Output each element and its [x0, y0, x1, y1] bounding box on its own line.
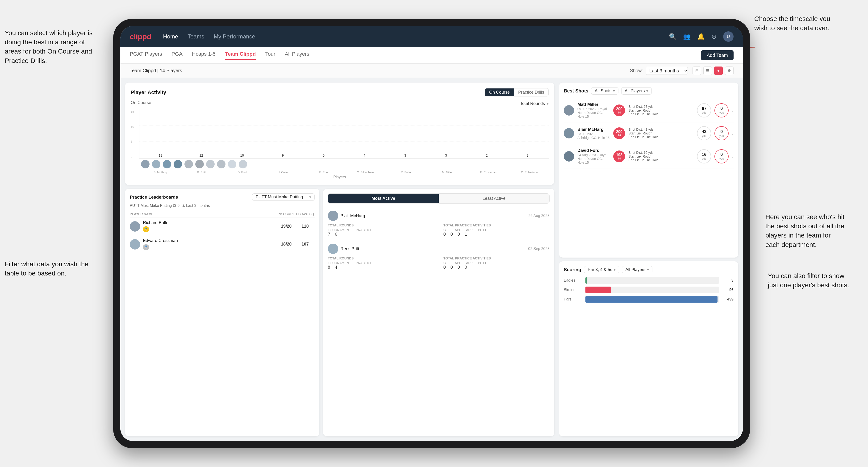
- pars-label: Pars: [564, 297, 583, 302]
- bell-icon[interactable]: 🔔: [697, 33, 705, 40]
- activity-date-2: 02 Sep 2023: [528, 247, 550, 251]
- total-rounds-filter[interactable]: Total Rounds ▾: [520, 101, 549, 106]
- all-shots-filter-btn[interactable]: All Shots ▾: [591, 87, 618, 95]
- activity-player-row-bmcharg: Blair McHarg 26 Aug 2023 Total Rounds To…: [328, 207, 550, 240]
- pars-bar-fill: [585, 296, 717, 303]
- bar-mmiller: 3: [427, 154, 465, 158]
- shot-stat-unit-2: yds: [702, 134, 706, 137]
- search-icon[interactable]: 🔍: [669, 33, 677, 40]
- toolbar-row: Team Clippd | 14 Players Show: Last 3 mo…: [120, 64, 743, 78]
- avatar-rbutler: [206, 160, 215, 168]
- all-players-filter-btn[interactable]: All Players ▾: [621, 87, 652, 95]
- pb-avg-crossman: 107: [296, 242, 315, 247]
- add-team-button[interactable]: Add Team: [701, 50, 734, 60]
- activity-player-row-rbritt: Rees Britt 02 Sep 2023 Total Rounds Tour…: [328, 240, 550, 273]
- x-label-eebert: E. Ebert: [305, 171, 344, 174]
- nav-item-home[interactable]: Home: [163, 33, 178, 40]
- shot-stat-zero-1: 0 yds: [714, 103, 728, 118]
- y-tick-15: 15: [131, 110, 139, 114]
- avatar-eebert: [184, 160, 193, 168]
- tab-all-players[interactable]: All Players: [285, 51, 309, 60]
- settings-view-btn[interactable]: ⚙: [725, 66, 734, 75]
- bar-obillingham: 4: [345, 154, 384, 158]
- shot-badge-1: 200 SG: [613, 104, 625, 116]
- par-filter-btn[interactable]: Par 3, 4 & 5s ▾: [584, 266, 619, 273]
- scoring-players-filter-btn[interactable]: All Players ▾: [622, 266, 652, 273]
- best-shots-header: Best Shots All Shots ▾ All Players ▾: [564, 87, 734, 95]
- tournament-val-2: 8: [328, 265, 330, 270]
- shot-row-chevron-3[interactable]: ›: [732, 154, 734, 159]
- birdies-bar-bg: [585, 286, 719, 293]
- annotation-filter: Filter what data you wish thetable to be…: [5, 259, 88, 278]
- shot-stat-val-1: 67: [702, 106, 706, 111]
- least-active-tab[interactable]: Least Active: [439, 194, 549, 203]
- months-select[interactable]: Last 3 months: [646, 67, 688, 75]
- drill-filter-btn[interactable]: PUTT Must Make Putting ... ▾: [252, 193, 315, 201]
- app-col-2: APP: [455, 261, 461, 265]
- left-panel: Player Activity On Course Practice Drill…: [120, 78, 559, 441]
- tab-team-clippd[interactable]: Team Clippd: [225, 51, 256, 60]
- tab-hcaps[interactable]: Hcaps 1-5: [192, 51, 216, 60]
- avatar-bmcharg-shot: [564, 128, 574, 138]
- avatar-bmcharg-activity: [328, 211, 338, 221]
- col-pb-avg: PB AVG SQ: [296, 212, 315, 216]
- practice-cols-1: GTT APP ARG PUTT: [443, 228, 550, 232]
- best-shots-title: Best Shots: [564, 88, 588, 94]
- user-avatar[interactable]: U: [723, 31, 734, 42]
- eagles-label: Eagles: [564, 278, 583, 283]
- card-view-btn[interactable]: ♥: [714, 66, 723, 75]
- avatar-rbritt-activity: [328, 244, 338, 254]
- plus-circle-icon[interactable]: ⊕: [711, 33, 717, 40]
- team-label: Team Clippd | 14 Players: [130, 68, 630, 73]
- nav-bar: clippd Home Teams My Performance 🔍 👥 🔔 ⊕…: [120, 26, 743, 47]
- eagles-bar-bg: [585, 277, 719, 284]
- tablet-frame: clippd Home Teams My Performance 🔍 👥 🔔 ⊕…: [113, 19, 750, 448]
- nav-item-teams[interactable]: Teams: [187, 33, 204, 40]
- eagles-value: 3: [722, 278, 734, 283]
- shot-stat-dist-3: 16 yds: [697, 149, 711, 163]
- people-icon[interactable]: 👥: [683, 33, 691, 40]
- shot-player-name-1: Matt Miller: [578, 102, 610, 107]
- bottom-cards-row: Practice Leaderboards PUTT Must Make Put…: [125, 189, 554, 436]
- bar-eebert: 5: [305, 154, 343, 158]
- practice-activities-group-1: Total Practice Activities GTT APP ARG PU…: [443, 223, 550, 237]
- shot-row-chevron-1[interactable]: ›: [732, 107, 734, 113]
- scoring-row-birdies: Birdies 96: [564, 286, 734, 293]
- practice-drills-toggle[interactable]: Practice Drills: [514, 88, 549, 96]
- tab-bar: PGAT Players PGA Hcaps 1-5 Team Clippd T…: [120, 47, 743, 64]
- avatar-rbritt: [152, 160, 160, 168]
- avatar-butler: [130, 221, 140, 231]
- tab-tour[interactable]: Tour: [265, 51, 275, 60]
- grid-view-btn[interactable]: ⊞: [692, 66, 701, 75]
- shot-player-info-1: Matt Miller 09 Jun 2023 · Royal North De…: [578, 102, 610, 118]
- shot-stat-zero-unit-3: yds: [719, 157, 724, 160]
- putt-col-2: PUTT: [478, 261, 487, 265]
- activity-stats-1: Total Rounds Tournament Practice 7 6: [328, 223, 550, 237]
- player-name-crossman: Edward Crossman: [143, 238, 178, 243]
- pb-score-crossman: 18/20: [277, 242, 296, 247]
- bar-ecrossman: 2: [467, 154, 506, 158]
- scoring-card: Scoring Par 3, 4 & 5s ▾ All Players ▾: [559, 261, 738, 436]
- avatar-mmiller: [217, 160, 225, 168]
- total-rounds-group-1: Total Rounds Tournament Practice 7 6: [328, 223, 434, 237]
- x-label-dford: D. Ford: [223, 171, 262, 174]
- shots-filter-chevron: ▾: [613, 89, 615, 93]
- list-view-btn[interactable]: ☰: [703, 66, 712, 75]
- tab-pgat-players[interactable]: PGAT Players: [130, 51, 162, 60]
- shot-row-chevron-2[interactable]: ›: [732, 131, 734, 136]
- app-col-1: APP: [455, 228, 461, 232]
- table-row: Richard Butler 🥇 19/20 110: [130, 217, 315, 236]
- on-course-toggle[interactable]: On Course: [485, 88, 514, 96]
- nav-icons: 🔍 👥 🔔 ⊕ U: [669, 31, 734, 42]
- players-filter-chevron: ▾: [646, 89, 648, 93]
- nav-item-performance[interactable]: My Performance: [214, 33, 255, 40]
- annotation-player-best: You can select which player isdoing the …: [5, 28, 93, 65]
- rounds-cols-1: Tournament Practice: [328, 228, 434, 232]
- view-icons: ⊞ ☰ ♥ ⚙: [692, 66, 734, 75]
- shot-stat-zero-3: 0 yds: [714, 149, 728, 163]
- total-rounds-label-2: Total Rounds: [328, 256, 434, 260]
- most-active-tab[interactable]: Most Active: [328, 194, 439, 203]
- leaderboard-title: Practice Leaderboards: [130, 195, 178, 200]
- bar-crobertson: 2: [508, 154, 547, 158]
- tab-pga[interactable]: PGA: [172, 51, 182, 60]
